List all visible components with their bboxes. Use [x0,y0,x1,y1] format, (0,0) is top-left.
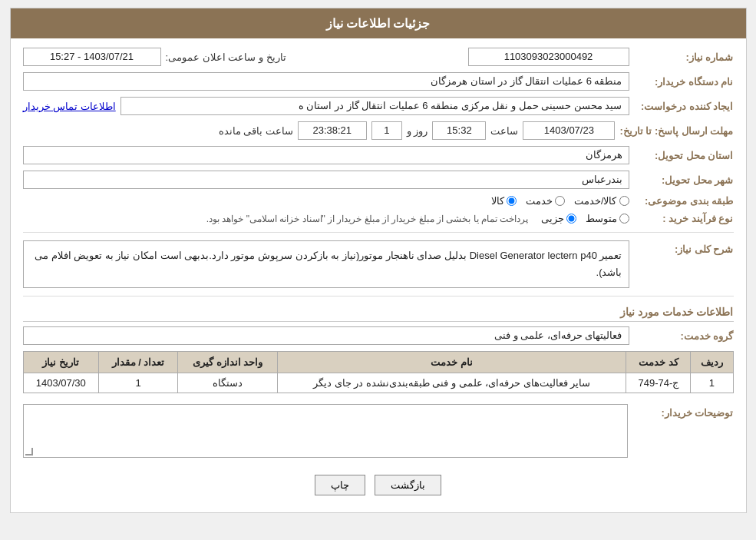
public-announce-label: تاریخ و ساعت اعلان عمومی: [166,51,286,63]
process-radio-group: متوسط جزیی [541,213,629,224]
col-header-service-code: کد خدمت [626,352,691,373]
category-label-goods-services: کالا/خدمت [574,195,617,207]
category-radio-goods[interactable] [507,196,517,206]
deadline-date: 1403/07/23 [523,121,615,140]
category-option-goods-services[interactable]: کالا/خدمت [574,195,629,207]
col-header-need-date: تاریخ نیاز [23,352,99,373]
need-number-value: 1103093023000492 [468,48,629,66]
requester-contact-link[interactable]: اطلاعات تماس خریدار [23,101,116,112]
back-button[interactable]: بازگشت [375,475,441,495]
buyer-org-value: منطقه 6 عملیات انتقال گاز در استان هرمزگ… [23,72,629,91]
category-radio-goods-services[interactable] [619,196,629,206]
services-section-title: اطلاعات خدمات مورد نیاز [23,306,734,322]
resize-handle[interactable] [25,448,33,456]
buyer-notes-box [23,404,628,458]
requester-value: سید محسن حسینی حمل و نقل مرکزی منطقه 6 ع… [120,97,629,115]
service-group-value: فعالیتهای حرفه‌ای، علمی و فنی [23,326,629,345]
cell-service-name: سایر فعالیت‌های حرفه‌ای، علمی و فنی طبقه… [278,373,626,393]
cell-service-code: ج-74-749 [626,373,691,393]
need-number-label: شماره نیاز: [634,51,734,63]
delivery-province-value: هرمزگان [23,146,629,164]
col-header-unit: واحد اندازه گیری [178,352,278,373]
service-group-label: گروه خدمت: [634,330,734,342]
button-row: بازگشت چاپ [23,464,734,503]
delivery-city-label: شهر محل تحویل: [634,174,734,186]
deadline-time: 15:32 [432,121,486,140]
buyer-notes-label: توضیحات خریدار: [634,404,734,419]
process-option-minor[interactable]: جزیی [541,213,576,224]
cell-quantity: 1 [99,373,178,393]
col-header-service-name: نام خدمت [278,352,626,373]
category-label-service: خدمت [526,195,553,207]
divider-1 [23,232,734,233]
description-text: تعمیر Diesel Generator lectern p40 بدلیل… [23,240,629,288]
col-header-quantity: تعداد / مقدار [99,352,178,373]
deadline-remaining-label: ساعت باقی مانده [219,125,293,137]
cell-unit: دستگاه [178,373,278,393]
category-label-goods: کالا [491,195,504,207]
deadline-remaining: 23:38:21 [298,121,367,140]
category-option-service[interactable]: خدمت [526,195,565,207]
cell-row-num: 1 [691,373,733,393]
process-option-medium[interactable]: متوسط [586,213,629,224]
buyer-org-label: نام دستگاه خریدار: [634,76,734,88]
cell-need-date: 1403/07/30 [23,373,99,393]
category-radio-service[interactable] [555,196,565,206]
deadline-time-label: ساعت [490,125,518,137]
process-label-medium: متوسط [586,213,617,224]
category-option-goods[interactable]: کالا [491,195,517,207]
deadline-day: 1 [371,121,402,140]
delivery-city-value: بندرعباس [23,171,629,189]
process-label: نوع فرآیند خرید : [634,213,734,224]
requester-label: ایجاد کننده درخواست: [634,101,734,112]
process-radio-medium[interactable] [619,214,629,224]
print-button[interactable]: چاپ [315,475,365,495]
col-header-row-num: ردیف [691,352,733,373]
deadline-label: مهلت ارسال پاسخ: تا تاریخ: [619,125,733,137]
process-note: پرداخت تمام یا بخشی از مبلغ خریدار از مب… [206,214,529,224]
delivery-province-label: استان محل تحویل: [634,150,734,161]
category-label: طبقه بندی موضوعی: [634,195,734,207]
process-label-minor: جزیی [541,213,564,224]
description-label: شرح کلی نیاز: [634,240,734,255]
table-row: 1 ج-74-749 سایر فعالیت‌های حرفه‌ای، علمی… [23,373,733,393]
public-announce-value: 1403/07/21 - 15:27 [23,48,161,66]
deadline-day-label: روز و [407,125,428,137]
services-table: ردیف کد خدمت نام خدمت واحد اندازه گیری ت… [23,351,734,393]
process-radio-minor[interactable] [566,214,576,224]
divider-2 [23,296,734,297]
page-title: جزئیات اطلاعات نیاز [11,8,746,38]
category-radio-group: کالا/خدمت خدمت کالا [491,195,629,207]
